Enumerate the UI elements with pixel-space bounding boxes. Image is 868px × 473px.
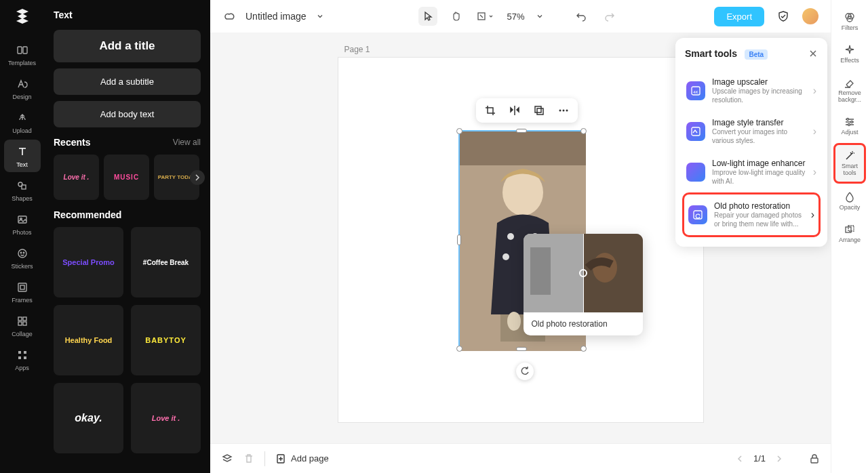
resize-handle-sw[interactable] bbox=[456, 346, 462, 352]
prev-page-button[interactable] bbox=[736, 455, 744, 463]
chevron-right-icon: › bbox=[813, 125, 816, 138]
smart-tool-low-light[interactable]: Low-light image enhancer Improve low-lig… bbox=[682, 152, 821, 192]
nav-collage[interactable]: Collage bbox=[4, 309, 41, 342]
svg-rect-17 bbox=[18, 356, 21, 359]
nav-photos[interactable]: Photos bbox=[4, 207, 41, 240]
app-logo[interactable] bbox=[13, 7, 32, 26]
layers-button[interactable] bbox=[221, 453, 233, 465]
smart-tool-old-photo-restoration[interactable]: Old photo restoration Repair your damage… bbox=[682, 192, 821, 237]
prop-arrange[interactable]: Arrange bbox=[833, 219, 866, 249]
svg-rect-13 bbox=[18, 322, 22, 325]
canvas-page[interactable]: Old photo restoration bbox=[338, 57, 704, 423]
user-avatar[interactable] bbox=[802, 8, 818, 24]
resize-handle-s[interactable] bbox=[516, 347, 527, 351]
pan-tool[interactable] bbox=[447, 7, 466, 26]
preview-label: Old photo restoration bbox=[524, 312, 643, 335]
recommended-item[interactable]: #Coffee Break bbox=[131, 227, 201, 297]
svg-point-33 bbox=[562, 110, 564, 112]
shield-icon bbox=[777, 10, 789, 22]
prop-opacity[interactable]: Opacity bbox=[833, 186, 866, 216]
upscaler-icon: 4K bbox=[686, 81, 705, 100]
left-nav-rail: Templates Design Upload Text Shapes Phot… bbox=[0, 0, 44, 473]
chevron-right-icon: › bbox=[813, 85, 816, 97]
design-icon bbox=[15, 77, 30, 91]
nav-stickers[interactable]: Stickers bbox=[4, 241, 41, 274]
redo-button[interactable] bbox=[600, 7, 619, 26]
upload-icon bbox=[15, 110, 30, 125]
nav-templates[interactable]: Templates bbox=[4, 38, 41, 70]
resize-tool[interactable] bbox=[475, 7, 494, 26]
delete-button[interactable] bbox=[243, 453, 255, 465]
svg-point-50 bbox=[848, 123, 850, 125]
collage-icon bbox=[15, 314, 30, 329]
smart-tool-image-upscaler[interactable]: 4K Image upscaler Upscale images by incr… bbox=[682, 70, 821, 111]
svg-point-49 bbox=[851, 121, 853, 123]
undo-button[interactable] bbox=[572, 7, 591, 26]
title-chevron-icon[interactable] bbox=[316, 12, 324, 20]
photos-icon bbox=[15, 212, 30, 227]
canvas-area[interactable]: Page 1 bbox=[210, 33, 831, 443]
add-page-button[interactable]: Add page bbox=[275, 453, 329, 465]
svg-rect-31 bbox=[537, 108, 543, 115]
zoom-chevron-icon[interactable] bbox=[536, 13, 543, 20]
add-subtitle-button[interactable]: Add a subtitle bbox=[54, 68, 201, 95]
resize-handle-w[interactable] bbox=[457, 234, 461, 245]
bottombar: Add page 1/1 bbox=[210, 443, 831, 473]
shield-button[interactable] bbox=[774, 7, 793, 26]
nav-text[interactable]: Text bbox=[4, 140, 41, 172]
cloud-icon[interactable] bbox=[222, 9, 236, 23]
svg-rect-0 bbox=[18, 47, 22, 54]
lock-button[interactable] bbox=[809, 453, 820, 464]
resize-handle-ne[interactable] bbox=[580, 128, 587, 134]
document-title[interactable]: Untitled image bbox=[245, 11, 307, 22]
redo-icon bbox=[604, 11, 615, 22]
svg-rect-1 bbox=[23, 47, 27, 54]
add-body-button[interactable]: Add body text bbox=[54, 101, 201, 127]
replace-button[interactable] bbox=[533, 104, 545, 117]
nav-apps[interactable]: Apps bbox=[4, 343, 41, 375]
prop-adjust[interactable]: Adjust bbox=[833, 111, 866, 141]
recents-view-all[interactable]: View all bbox=[173, 138, 201, 147]
recommended-item[interactable]: Special Promo bbox=[54, 227, 123, 297]
recommended-item[interactable]: Love it . bbox=[131, 383, 201, 453]
smart-tools-title: Smart tools bbox=[685, 48, 737, 59]
crop-icon bbox=[484, 104, 496, 117]
smart-tool-style-transfer[interactable]: Image style transfer Convert your images… bbox=[682, 111, 821, 152]
svg-rect-12 bbox=[23, 317, 26, 321]
close-button[interactable] bbox=[808, 49, 818, 58]
resize-handle-se[interactable] bbox=[580, 346, 587, 352]
add-title-button[interactable]: Add a title bbox=[54, 30, 201, 62]
recommended-item[interactable]: BABYTOY bbox=[131, 305, 201, 375]
chevron-right-icon bbox=[194, 174, 201, 181]
nav-shapes[interactable]: Shapes bbox=[4, 173, 41, 206]
more-button[interactable] bbox=[557, 104, 570, 117]
more-icon bbox=[557, 104, 570, 117]
chevron-right-icon: › bbox=[811, 209, 814, 221]
resize-handle-nw[interactable] bbox=[456, 128, 462, 134]
nav-upload[interactable]: Upload bbox=[4, 106, 41, 138]
preview-tooltip: Old photo restoration bbox=[524, 234, 643, 335]
zoom-level[interactable]: 57% bbox=[504, 12, 527, 22]
preview-image bbox=[524, 234, 643, 312]
prop-smart-tools[interactable]: Smart tools bbox=[833, 143, 866, 184]
prop-filters[interactable]: Filters bbox=[833, 7, 866, 37]
nav-frames[interactable]: Frames bbox=[4, 275, 41, 308]
resize-handle-n[interactable] bbox=[516, 129, 527, 133]
svg-point-34 bbox=[566, 110, 568, 112]
select-tool[interactable] bbox=[418, 7, 437, 26]
recent-item[interactable]: MUSIC bbox=[104, 155, 149, 200]
recommended-item[interactable]: Healthy Food bbox=[54, 305, 123, 375]
flip-icon bbox=[509, 104, 521, 117]
flip-button[interactable] bbox=[509, 104, 521, 117]
nav-design[interactable]: Design bbox=[4, 72, 41, 104]
stickers-icon bbox=[15, 246, 30, 261]
prop-remove-bg[interactable]: Remove backgr... bbox=[833, 72, 866, 108]
next-page-button[interactable] bbox=[775, 455, 783, 463]
recommended-item[interactable]: okay. bbox=[54, 383, 123, 453]
rotate-button[interactable] bbox=[516, 363, 534, 380]
recents-next[interactable] bbox=[190, 170, 205, 185]
recent-item[interactable]: Love it . bbox=[54, 155, 99, 200]
prop-effects[interactable]: Effects bbox=[833, 39, 866, 69]
export-button[interactable]: Export bbox=[714, 7, 764, 26]
crop-button[interactable] bbox=[484, 104, 496, 117]
